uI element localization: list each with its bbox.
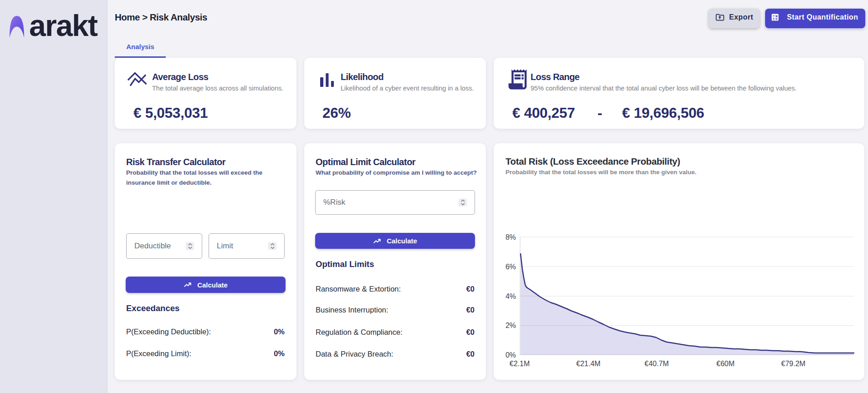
- svg-text:€60M: €60M: [716, 360, 735, 368]
- svg-text:6%: 6%: [505, 263, 516, 271]
- svg-text:4%: 4%: [505, 292, 516, 300]
- svg-text:0%: 0%: [505, 351, 516, 359]
- svg-text:€40.7M: €40.7M: [644, 360, 669, 368]
- svg-text:€21.4M: €21.4M: [576, 360, 600, 368]
- svg-text:2%: 2%: [505, 322, 516, 329]
- svg-text:€79.2M: €79.2M: [781, 360, 805, 368]
- svg-text:8%: 8%: [505, 233, 516, 241]
- svg-text:€2.1M: €2.1M: [510, 360, 530, 368]
